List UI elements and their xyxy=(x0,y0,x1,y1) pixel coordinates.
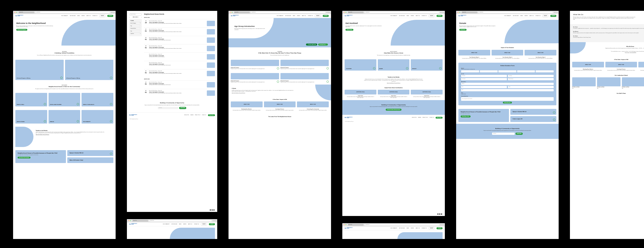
city-field[interactable]: City xyxy=(461,86,507,88)
event-row[interactable]: DAY01 March 31, 2024 @ 4:30 pm – 8:45 pm… xyxy=(144,81,215,89)
donate-button[interactable]: DONATE xyxy=(550,15,556,17)
nav-contact[interactable]: CONTACT US xyxy=(308,15,313,16)
facebook-icon[interactable] xyxy=(438,214,438,215)
twitter-icon[interactable] xyxy=(441,214,442,215)
nav-involved[interactable]: GET INVOLVED xyxy=(399,15,405,16)
aud-card-school[interactable]: SCHOOL AGED CHILDREN› xyxy=(48,93,80,107)
gift-card[interactable]: Make a Gift Donation Today! xyxy=(67,157,113,163)
event-row[interactable]: SUN29 March 31, 2024 @ 4:30 pm – 8:45 pm… xyxy=(144,19,215,27)
nav-news[interactable]: NEWS xyxy=(78,15,80,16)
last-name-field[interactable]: Last Name xyxy=(508,75,554,77)
logo[interactable]: NHNEIGHBORHOODHOUSE xyxy=(231,15,239,17)
arrow-icon[interactable]: › xyxy=(326,81,329,83)
nav-community[interactable]: OUR COMMUNITY xyxy=(390,228,397,229)
nav-community[interactable]: OUR COMMUNITY xyxy=(61,15,68,16)
nav-events[interactable]: EVENTS xyxy=(411,228,414,229)
filter-category[interactable]: Event Category6 xyxy=(130,22,140,24)
browser-tab[interactable]: Section Pick xyxy=(348,224,364,226)
events-button[interactable]: EVENTS xyxy=(99,15,106,17)
address-bar[interactable]: yoursite.com xyxy=(251,12,325,13)
donate-button[interactable]: DONATE xyxy=(107,15,113,17)
arrow-icon[interactable]: › xyxy=(277,81,279,83)
browser-tab[interactable]: Section Pick xyxy=(18,11,34,13)
nav-events[interactable]: EVENTS xyxy=(183,224,186,225)
aud-card-seniors[interactable]: SENIOR CITIZENS› xyxy=(15,110,47,124)
amount-option[interactable] xyxy=(498,70,516,72)
prev-age-button[interactable]: ← Previous Age Group xyxy=(306,43,317,46)
nav-about[interactable]: ABOUT US xyxy=(530,15,534,16)
nav-events[interactable]: EVENTS xyxy=(82,15,85,16)
footer-privacy[interactable]: PRIVACY POLICY xyxy=(422,117,428,118)
program-card[interactable]: A Specific ProgramProgram description in… xyxy=(231,73,279,83)
arrow-icon[interactable]: › xyxy=(373,67,375,69)
arrow-icon[interactable]: › xyxy=(326,67,329,69)
terms-checkbox[interactable]: I agree to terms xyxy=(461,94,554,95)
aud-card-community[interactable]: THE COMMUNITY› xyxy=(82,110,113,124)
nav-news[interactable]: NEWS xyxy=(293,15,295,16)
logo[interactable]: NHNEIGHBORHOODHOUSE xyxy=(129,224,137,225)
logo[interactable]: NHNEIGHBORHOODHOUSE xyxy=(458,15,466,17)
nav-about[interactable]: ABOUT US xyxy=(416,15,420,16)
events-button[interactable]: EVENTS xyxy=(428,227,435,230)
nav-events[interactable]: EVENTS xyxy=(297,15,300,16)
build-cta[interactable]: Contact Us About Getting Involved xyxy=(386,109,402,111)
nav-news[interactable]: NEWS xyxy=(407,228,409,229)
address-bar[interactable]: yoursite.com xyxy=(36,12,110,13)
nav-involved[interactable]: GET INVOLVED xyxy=(513,15,519,16)
filter-day2[interactable]: Day⌄ xyxy=(130,30,140,32)
nav-community[interactable]: OUR COMMUNITY xyxy=(163,224,170,225)
events-button[interactable]: EVENTS xyxy=(542,15,548,17)
nav-contact[interactable]: CONTACT US xyxy=(536,15,540,16)
aud-card-families[interactable]: FAMILIES› xyxy=(48,110,80,124)
address-field[interactable]: Address xyxy=(461,83,554,85)
footer-careers[interactable]: CAREERS xyxy=(418,117,421,118)
nav-involved[interactable]: GET INVOLVED xyxy=(70,15,76,16)
nav-community[interactable]: OUR COMMUNITY xyxy=(504,15,511,16)
first-name-field[interactable]: First Name xyxy=(461,75,507,77)
arrow-icon[interactable]: › xyxy=(406,67,408,69)
event-row[interactable]: DAY01 March 31, 2024 @ 4:30 pm – 8:45 pm… xyxy=(144,89,215,97)
events-button[interactable]: EVENTS xyxy=(428,15,435,17)
footer-logo[interactable]: NH NEIGHBORHOODHOUSE xyxy=(129,114,137,116)
footer-newsletter[interactable]: NEWSLETTER xyxy=(412,117,416,118)
state-field[interactable]: State xyxy=(508,86,554,88)
amount-option[interactable] xyxy=(480,70,498,72)
possible-cta[interactable]: Learn How To Get Involved xyxy=(18,157,30,159)
nav-community[interactable]: OUR COMMUNITY xyxy=(390,15,397,16)
hero-cta[interactable]: Explore Our Programs xyxy=(16,29,27,31)
volunteer-card[interactable]: Signup to Volunteer With Us!› xyxy=(510,109,556,115)
address-bar[interactable]: yoursite.com xyxy=(365,224,439,226)
events-button[interactable]: EVENTS xyxy=(201,223,207,226)
nav-events[interactable]: EVENTS xyxy=(524,15,528,16)
footer-logo[interactable]: NHNEIGHBORHOODHOUSE xyxy=(344,117,352,119)
events-button[interactable]: EVENTS xyxy=(314,15,321,17)
arrow-icon[interactable]: › xyxy=(553,111,555,114)
amount-option[interactable] xyxy=(461,70,479,72)
volunteer-card[interactable]: Signup to Volunteer With Us! › xyxy=(67,150,113,156)
next-age-button[interactable]: Next Age Group → xyxy=(318,43,328,46)
nav-about[interactable]: ABOUT US xyxy=(302,15,306,16)
nav-community[interactable]: OUR COMMUNITY xyxy=(276,15,284,16)
filter-featured[interactable]: Featured Event⌄ xyxy=(130,27,140,30)
possible-cta[interactable]: Other Ways to Give xyxy=(461,116,470,118)
inv-cta[interactable]: Donate Today xyxy=(346,29,354,31)
arrow-icon[interactable]: › xyxy=(60,77,62,79)
nav-contact[interactable]: CONTACT US xyxy=(422,15,426,16)
newsletter-email[interactable]: Your Email xyxy=(158,107,178,109)
newsletter-email[interactable]: Your Email xyxy=(492,132,514,135)
event-row[interactable]: DAY01 March 31, 2024 @ 4:30 pm – 8:45 pm… xyxy=(144,44,215,53)
instagram-icon[interactable] xyxy=(212,209,213,211)
tile-volunteer[interactable]: VOLUNTEER› xyxy=(344,59,376,71)
browser-tab[interactable]: Section Pick xyxy=(462,11,477,13)
arrow-icon[interactable]: › xyxy=(110,103,112,105)
nav-involved[interactable]: GET INVOLVED xyxy=(285,15,291,16)
donate-button[interactable]: DONATE xyxy=(436,227,442,229)
nav-contact[interactable]: CONTACT US xyxy=(92,15,97,16)
arrow-icon[interactable]: › xyxy=(277,67,279,69)
address-bar[interactable]: yoursite.com xyxy=(365,12,439,13)
email-field[interactable]: Your Email xyxy=(461,78,507,80)
nav-contact[interactable]: CONTACT US xyxy=(194,224,199,225)
arrow-icon[interactable]: › xyxy=(553,119,555,121)
tile-wishlist[interactable]: WISHLIST› xyxy=(411,59,442,71)
footer-careers[interactable]: CAREERS xyxy=(190,115,194,116)
